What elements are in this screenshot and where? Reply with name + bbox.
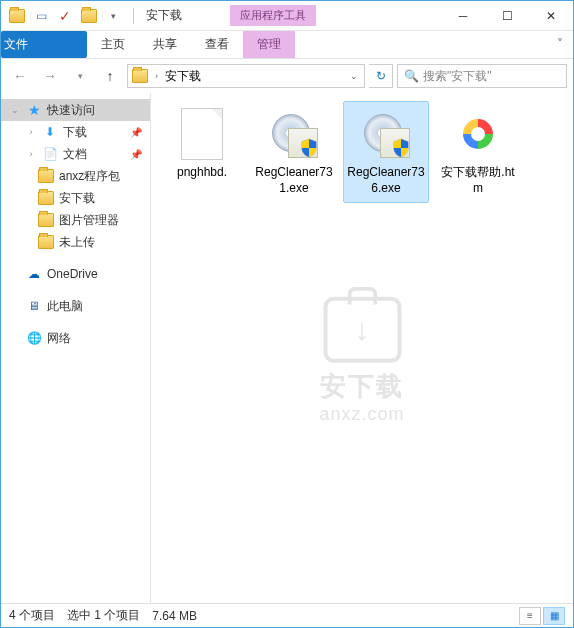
folder-icon[interactable] [7,6,27,26]
htm-icon [452,108,504,160]
file-icon [176,108,228,160]
sidebar-item-label: 未上传 [59,234,95,251]
sidebar-item-folder[interactable]: 图片管理器 [1,209,150,231]
forward-button[interactable]: → [37,63,63,89]
context-tab-header: 应用程序工具 [230,5,316,26]
file-name: 安下载帮助.htm [438,164,518,196]
sidebar: ⌄ ★ 快速访问 › ⬇ 下载 📌 › 📄 文档 📌 anxz程序包 安下载 图… [1,93,151,603]
minimize-button[interactable]: ─ [441,1,485,31]
search-icon: 🔍 [404,69,419,83]
chevron-right-icon[interactable]: › [25,149,37,159]
installer-icon [268,108,320,160]
sidebar-item-folder[interactable]: 安下载 [1,187,150,209]
ribbon-expand-icon[interactable]: ˅ [547,31,573,58]
breadcrumb-segment[interactable]: 安下载 [161,65,205,87]
tab-view[interactable]: 查看 [191,31,243,58]
folder-icon [37,234,55,250]
tab-share[interactable]: 共享 [139,31,191,58]
recent-dropdown-icon[interactable]: ▾ [67,63,93,89]
sidebar-item-documents[interactable]: › 📄 文档 📌 [1,143,150,165]
sidebar-item-label: OneDrive [47,267,98,281]
qat-check-icon[interactable]: ✓ [55,6,75,26]
file-item[interactable]: pnghhbd. [159,101,245,203]
sidebar-item-label: 文档 [63,146,87,163]
tab-home[interactable]: 主页 [87,31,139,58]
status-item-count: 4 个项目 [9,607,55,624]
file-item[interactable]: RegCleaner736.exe [343,101,429,203]
sidebar-item-downloads[interactable]: › ⬇ 下载 📌 [1,121,150,143]
pin-icon: 📌 [130,127,142,138]
sidebar-item-label: 此电脑 [47,298,83,315]
window-title: 安下载 [138,7,190,24]
address-box[interactable]: › 安下载 ⌄ [127,64,365,88]
address-bar: ← → ▾ ↑ › 安下载 ⌄ ↻ 🔍 搜索"安下载" [1,59,573,93]
folder-icon [37,168,55,184]
installer-icon [360,108,412,160]
back-button[interactable]: ← [7,63,33,89]
up-button[interactable]: ↑ [97,63,123,89]
qat-dropdown-icon[interactable]: ▾ [103,6,123,26]
sidebar-item-label: 下载 [63,124,87,141]
folder-icon [79,6,99,26]
download-icon: ⬇ [41,124,59,140]
refresh-button[interactable]: ↻ [369,64,393,88]
chevron-down-icon[interactable]: ⌄ [9,105,21,115]
status-selected-count: 选中 1 个项目 [67,607,140,624]
sidebar-quick-access[interactable]: ⌄ ★ 快速访问 [1,99,150,121]
file-pane[interactable]: pnghhbd. RegCleaner731.exe RegCleaner736… [151,93,573,603]
titlebar: ▭ ✓ ▾ 安下载 应用程序工具 ─ ☐ ✕ [1,1,573,31]
folder-icon [37,190,55,206]
sidebar-this-pc[interactable]: 🖥 此电脑 [1,295,150,317]
star-icon: ★ [25,102,43,118]
pin-icon: 📌 [130,149,142,160]
chevron-right-icon[interactable]: › [25,127,37,137]
tab-file[interactable]: 文件 [1,31,87,58]
sidebar-item-label: 安下载 [59,190,95,207]
tab-manage[interactable]: 管理 [243,31,295,58]
search-placeholder: 搜索"安下载" [423,68,492,85]
maximize-button[interactable]: ☐ [485,1,529,31]
qat-properties-icon[interactable]: ▭ [31,6,51,26]
shield-icon [392,138,410,158]
file-name: pnghhbd. [162,164,242,180]
sidebar-network[interactable]: 🌐 网络 [1,327,150,349]
file-name: RegCleaner731.exe [254,164,334,196]
address-dropdown-icon[interactable]: ⌄ [344,71,364,81]
view-details-button[interactable]: ≡ [519,607,541,625]
close-button[interactable]: ✕ [529,1,573,31]
sidebar-item-label: 网络 [47,330,71,347]
chevron-right-icon[interactable]: › [152,71,161,81]
sidebar-item-folder[interactable]: anxz程序包 [1,165,150,187]
network-icon: 🌐 [25,330,43,346]
folder-icon [132,69,148,83]
sidebar-onedrive[interactable]: ☁ OneDrive [1,263,150,285]
search-input[interactable]: 🔍 搜索"安下载" [397,64,567,88]
file-item[interactable]: 安下载帮助.htm [435,101,521,203]
document-icon: 📄 [41,146,59,162]
view-icons-button[interactable]: ▦ [543,607,565,625]
status-size: 7.64 MB [152,609,197,623]
status-bar: 4 个项目 选中 1 个项目 7.64 MB ≡ ▦ [1,603,573,627]
sidebar-item-label: anxz程序包 [59,168,120,185]
onedrive-icon: ☁ [25,266,43,282]
sidebar-item-label: 图片管理器 [59,212,119,229]
sidebar-item-folder[interactable]: 未上传 [1,231,150,253]
file-name: RegCleaner736.exe [346,164,426,196]
folder-icon [37,212,55,228]
shield-icon [300,138,318,158]
ribbon: 文件 主页 共享 查看 管理 ˅ [1,31,573,59]
sidebar-item-label: 快速访问 [47,102,95,119]
file-item[interactable]: RegCleaner731.exe [251,101,337,203]
watermark: 安下载 anxz.com [319,297,404,425]
pc-icon: 🖥 [25,298,43,314]
